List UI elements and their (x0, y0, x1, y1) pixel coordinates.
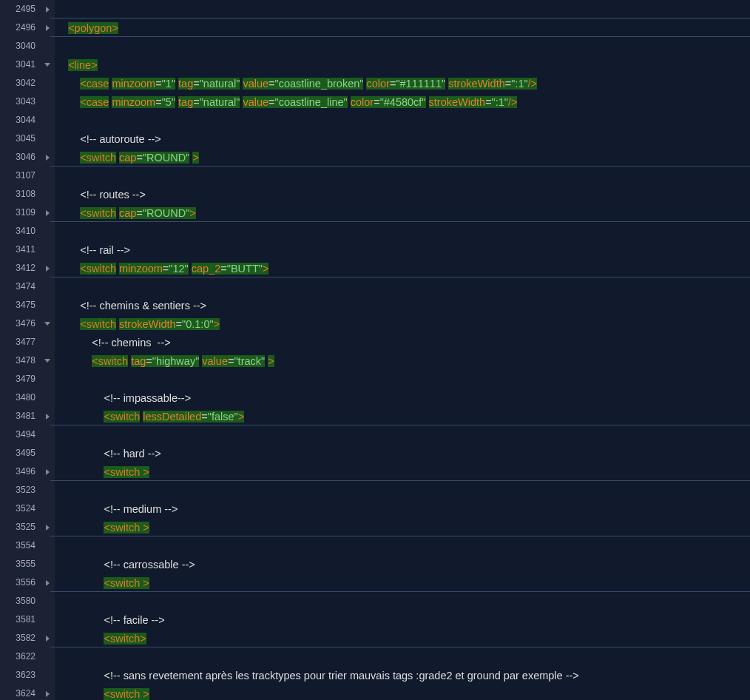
fold-toggle[interactable] (40, 573, 55, 592)
code-editor[interactable]: 2495 2496 <polygon>3040 3041 <line>3042 … (0, 0, 750, 700)
code-line[interactable]: 3046 <switch cap="ROUND" > (0, 148, 750, 166)
token: value (243, 78, 268, 90)
code-content[interactable]: <line> (55, 55, 750, 74)
fold-toggle (40, 444, 55, 462)
code-content[interactable]: <!-- routes --> (55, 185, 750, 203)
fold-toggle[interactable] (40, 18, 55, 37)
code-line[interactable]: 3477 <!-- chemins --> (0, 333, 750, 351)
code-line[interactable]: 3554 (0, 536, 750, 555)
code-content[interactable]: <!-- carrossable --> (55, 555, 750, 573)
code-line[interactable]: 3107 (0, 166, 750, 185)
code-line[interactable]: 3108 <!-- routes --> (0, 185, 750, 203)
code-content[interactable]: <switch> (55, 629, 750, 647)
fold-toggle[interactable] (40, 518, 55, 536)
code-line[interactable]: 2495 (0, 0, 750, 18)
fold-toggle[interactable] (40, 314, 55, 333)
code-line[interactable]: 3624 <switch > (0, 684, 750, 700)
code-content[interactable]: <switch cap="ROUND"> (55, 203, 750, 222)
code-content[interactable] (55, 37, 750, 55)
code-content[interactable]: <switch > (55, 462, 750, 481)
code-line[interactable]: 3412 <switch minzoom="12" cap_2="BUTT"> (0, 259, 750, 277)
code-content[interactable]: <case minzoom="5" tag="natural" value="c… (55, 92, 750, 111)
code-line[interactable]: 2496 <polygon> (0, 18, 750, 37)
fold-toggle[interactable] (40, 407, 55, 425)
code-content[interactable] (55, 647, 750, 666)
code-content[interactable]: <case minzoom="1" tag="natural" value="c… (55, 74, 750, 92)
code-content[interactable] (55, 592, 750, 610)
fold-toggle[interactable] (40, 259, 55, 277)
token: <!-- rail --> (80, 244, 130, 256)
code-content[interactable]: <!-- autoroute --> (55, 129, 750, 148)
code-content[interactable] (55, 0, 750, 18)
code-line[interactable]: 3411 <!-- rail --> (0, 240, 750, 259)
code-line[interactable]: 3479 (0, 370, 750, 388)
token: = (146, 355, 152, 367)
code-content[interactable]: <switch lessDetailed="false"> (55, 407, 750, 425)
code-line[interactable]: 3582 <switch> (0, 629, 750, 647)
code-content[interactable]: <switch cap="ROUND" > (55, 148, 750, 166)
code-line[interactable]: 3581 <!-- facile --> (0, 610, 750, 629)
code-line[interactable]: 3523 (0, 481, 750, 499)
fold-toggle[interactable] (40, 0, 55, 18)
code-content[interactable]: <!-- rail --> (55, 240, 750, 259)
code-content[interactable]: <switch > (55, 518, 750, 536)
token: switch (87, 318, 116, 330)
code-line[interactable]: 3556 <switch > (0, 573, 750, 592)
code-content[interactable]: <switch > (55, 573, 750, 592)
fold-toggle[interactable] (40, 462, 55, 481)
code-line[interactable]: 3478 <switch tag="highway" value="track"… (0, 351, 750, 370)
fold-toggle[interactable] (40, 351, 55, 370)
code-line[interactable]: 3475 <!-- chemins & sentiers --> (0, 296, 750, 314)
code-line[interactable]: 3555 <!-- carrossable --> (0, 555, 750, 573)
code-line[interactable]: 3042 <case minzoom="1" tag="natural" val… (0, 74, 750, 92)
code-content[interactable]: <switch strokeWidth="0.1:0"> (55, 314, 750, 333)
code-content[interactable]: <polygon> (55, 18, 750, 37)
code-line[interactable]: 3480 <!-- impassable--> (0, 388, 750, 407)
code-content[interactable] (55, 166, 750, 185)
code-line[interactable]: 3525 <switch > (0, 518, 750, 536)
fold-toggle[interactable] (40, 148, 55, 166)
token: switch (87, 207, 116, 219)
code-line[interactable]: 3043 <case minzoom="5" tag="natural" val… (0, 92, 750, 111)
code-content[interactable] (55, 481, 750, 499)
code-line[interactable]: 3040 (0, 37, 750, 55)
code-content[interactable] (55, 111, 750, 129)
fold-toggle (40, 240, 55, 259)
code-content[interactable]: <!-- medium --> (55, 499, 750, 518)
fold-toggle[interactable] (40, 684, 55, 700)
code-content[interactable]: <!-- hard --> (55, 444, 750, 462)
code-line[interactable]: 3474 (0, 277, 750, 296)
code-content[interactable] (55, 536, 750, 555)
token: = (136, 207, 142, 219)
code-content[interactable]: <switch tag="highway" value="track" > (55, 351, 750, 370)
code-content[interactable]: <!-- impassable--> (55, 388, 750, 407)
code-content[interactable] (55, 222, 750, 240)
code-line[interactable]: 3524 <!-- medium --> (0, 499, 750, 518)
code-content[interactable]: <switch > (55, 684, 750, 700)
code-content[interactable] (55, 370, 750, 388)
code-content[interactable] (55, 277, 750, 296)
code-content[interactable]: <!-- chemins & sentiers --> (55, 296, 750, 314)
code-line[interactable]: 3109 <switch cap="ROUND"> (0, 203, 750, 222)
code-line[interactable]: 3044 (0, 111, 750, 129)
code-line[interactable]: 3410 (0, 222, 750, 240)
code-content[interactable]: <!-- sans revetement après les tracktype… (55, 666, 750, 684)
code-line[interactable]: 3476 <switch strokeWidth="0.1:0"> (0, 314, 750, 333)
code-content[interactable]: <!-- facile --> (55, 610, 750, 629)
code-content[interactable]: <!-- chemins --> (55, 333, 750, 351)
code-content[interactable] (55, 425, 750, 444)
fold-toggle[interactable] (40, 203, 55, 222)
code-line[interactable]: 3041 <line> (0, 55, 750, 74)
fold-toggle[interactable] (40, 629, 55, 647)
code-line[interactable]: 3495 <!-- hard --> (0, 444, 750, 462)
code-line[interactable]: 3494 (0, 425, 750, 444)
code-content[interactable]: <switch minzoom="12" cap_2="BUTT"> (55, 259, 750, 277)
code-line[interactable]: 3496 <switch > (0, 462, 750, 481)
code-line[interactable]: 3481 <switch lessDetailed="false"> (0, 407, 750, 425)
code-line[interactable]: 3045 <!-- autoroute --> (0, 129, 750, 148)
fold-toggle[interactable] (40, 55, 55, 74)
line-number: 3046 (0, 148, 40, 166)
code-line[interactable]: 3622 (0, 647, 750, 666)
code-line[interactable]: 3580 (0, 592, 750, 610)
code-line[interactable]: 3623 <!-- sans revetement après les trac… (0, 666, 750, 684)
